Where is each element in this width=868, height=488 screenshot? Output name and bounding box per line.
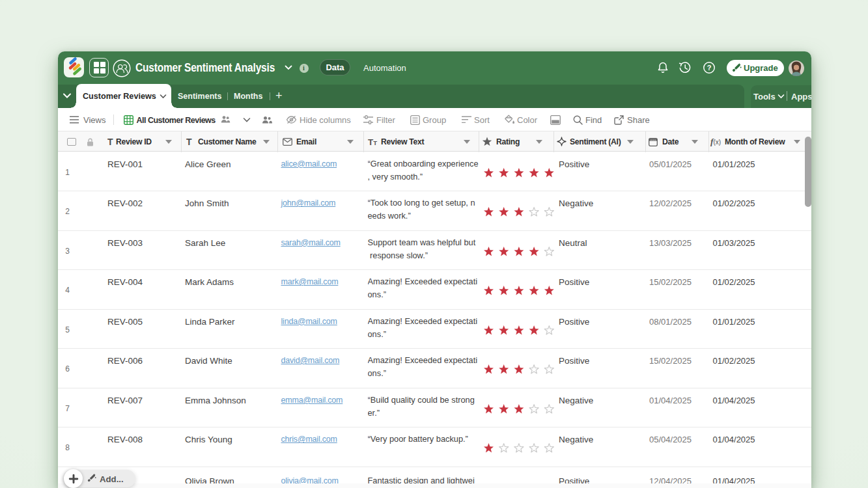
svg-text:?: ?	[707, 64, 712, 72]
